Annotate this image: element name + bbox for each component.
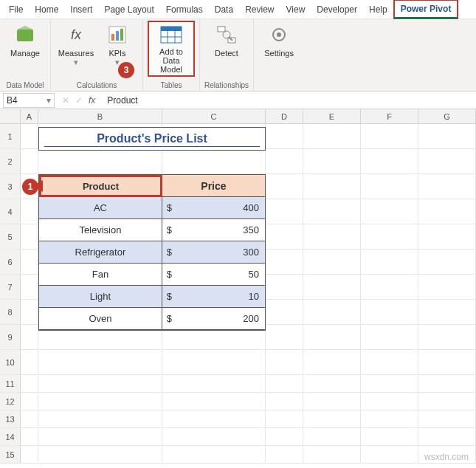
select-all[interactable] (0, 109, 21, 123)
col-F[interactable]: F (361, 109, 418, 123)
svg-rect-5 (120, 29, 123, 41)
row-header[interactable]: 8 (0, 300, 21, 325)
detect-button[interactable]: Detect (206, 21, 247, 77)
cell-currency[interactable]: $ (162, 219, 183, 241)
name-box[interactable]: B4 ▾ (3, 93, 55, 108)
cell-currency[interactable]: $ (162, 286, 183, 308)
svg-marker-17 (32, 180, 43, 192)
formula-input[interactable]: Product (103, 95, 476, 106)
measures-button[interactable]: fx Measures ▾ (55, 21, 97, 77)
worksheet[interactable]: A B C D E F G 1 2 3 4 5 (0, 109, 476, 464)
menu-formulas[interactable]: Formulas (160, 1, 209, 18)
watermark: wsxdn.com (424, 452, 469, 462)
ribbon-group-data-model: Manage Data Model (0, 19, 51, 91)
settings-button[interactable]: Settings (258, 21, 300, 77)
table-row[interactable]: Fan $ 50 (39, 264, 265, 286)
table-row[interactable]: Oven $ 200 (39, 308, 265, 330)
ribbon-group-settings: Settings (254, 19, 304, 91)
cell-product[interactable]: Light (39, 286, 162, 308)
table-row[interactable]: Light $ 10 (39, 286, 265, 308)
data-table[interactable]: Product Price AC $ 400Television $ 350Re… (38, 174, 266, 331)
row-header[interactable]: 12 (0, 393, 21, 410)
svg-rect-0 (17, 30, 33, 41)
cell-product[interactable]: Refrigerator (39, 241, 162, 264)
title-cell[interactable]: Product's Price List (38, 127, 266, 151)
menu-page-layout[interactable]: Page Layout (98, 1, 159, 18)
cell-product[interactable]: Fan (39, 264, 162, 286)
cell-price[interactable]: 50 (183, 264, 265, 286)
menu-power-pivot[interactable]: Power Pivot (393, 0, 459, 19)
cell-currency[interactable]: $ (162, 264, 183, 286)
grid-row: 2 (0, 149, 476, 174)
table-header: Product Price (39, 175, 265, 197)
cell-price[interactable]: 10 (183, 286, 265, 308)
row-header[interactable]: 2 (0, 149, 21, 174)
row-header[interactable]: 4 (0, 199, 21, 224)
add-to-data-model-button[interactable]: Add to Data Model (148, 21, 195, 77)
cancel-icon[interactable]: ✕ (62, 95, 69, 106)
cell-price[interactable]: 300 (183, 241, 265, 264)
menu-file[interactable]: File (3, 1, 29, 18)
table-row[interactable]: AC $ 400 (39, 197, 265, 219)
ribbon-group-relationships: Detect Relationships (200, 19, 254, 91)
col-E[interactable]: E (303, 109, 361, 123)
col-G[interactable]: G (418, 109, 476, 123)
menu-home[interactable]: Home (29, 1, 64, 18)
cell-currency[interactable]: $ (162, 241, 183, 264)
grid-row: 10 (0, 350, 476, 375)
row-header[interactable]: 7 (0, 275, 21, 300)
row-header[interactable]: 9 (0, 325, 21, 350)
menu-developer[interactable]: Developer (311, 1, 363, 18)
callout-1-pointer (32, 180, 43, 195)
row-header[interactable]: 10 (0, 350, 21, 375)
col-A[interactable]: A (21, 109, 38, 123)
svg-rect-7 (161, 27, 182, 31)
ribbon-group-calculations: fx Measures ▾ KPIs ▾ Calculations (51, 19, 143, 91)
cell-currency[interactable]: $ (162, 308, 183, 330)
cell-product[interactable]: AC (39, 197, 162, 219)
svg-rect-11 (218, 27, 225, 32)
row-header[interactable]: 11 (0, 375, 21, 393)
col-C[interactable]: C (162, 109, 266, 123)
callout-3: 3 (118, 62, 134, 78)
svg-rect-3 (111, 34, 114, 41)
menu-data[interactable]: Data (209, 1, 239, 18)
row-header[interactable]: 1 (0, 124, 21, 149)
row-header[interactable]: 13 (0, 410, 21, 428)
menu-review[interactable]: Review (239, 1, 280, 18)
row-header[interactable]: 14 (0, 428, 21, 446)
col-D[interactable]: D (266, 109, 303, 123)
detect-icon (215, 24, 238, 46)
grid-row: 13 (0, 410, 476, 428)
table-icon (160, 25, 182, 44)
svg-point-16 (277, 32, 281, 37)
grid-row: 14 (0, 428, 476, 446)
header-product[interactable]: Product (39, 175, 162, 197)
cell-product[interactable]: Oven (39, 308, 162, 330)
menu-help[interactable]: Help (363, 1, 393, 18)
menu-insert[interactable]: Insert (64, 1, 98, 18)
cell-price[interactable]: 200 (183, 308, 265, 330)
row-header[interactable]: 15 (0, 446, 21, 464)
table-row[interactable]: Television $ 350 (39, 219, 265, 241)
cell-price[interactable]: 350 (183, 219, 265, 241)
ribbon: Manage Data Model fx Measures ▾ KPIs ▾ C… (0, 19, 476, 92)
grid-row: 15 (0, 446, 476, 464)
svg-rect-4 (116, 31, 119, 41)
formula-bar: B4 ▾ ✕ ✓ fx Product (0, 92, 476, 109)
row-header[interactable]: 3 (0, 174, 21, 199)
manage-button[interactable]: Manage (4, 21, 46, 77)
enter-icon[interactable]: ✓ (75, 95, 83, 106)
row-header[interactable]: 5 (0, 224, 21, 250)
fx-icon[interactable]: fx (89, 95, 98, 106)
col-B[interactable]: B (38, 109, 162, 123)
cell-price[interactable]: 400 (183, 197, 265, 219)
cell-product[interactable]: Television (39, 219, 162, 241)
header-price[interactable]: Price (162, 175, 265, 197)
table-row[interactable]: Refrigerator $ 300 (39, 241, 265, 264)
fx-icon: fx (65, 24, 87, 46)
row-header[interactable]: 6 (0, 250, 21, 275)
menu-view[interactable]: View (280, 1, 311, 18)
cell-currency[interactable]: $ (162, 197, 183, 219)
cube-icon (14, 24, 36, 46)
